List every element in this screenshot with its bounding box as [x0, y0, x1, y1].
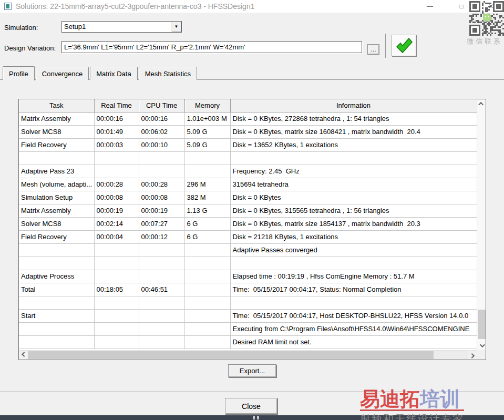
tab-mesh-statistics[interactable]: Mesh Statistics — [139, 67, 197, 80]
table-cell: 00:00:08 — [139, 191, 184, 204]
scroll-down-icon[interactable] — [477, 341, 486, 350]
table-row[interactable]: Field Recovery00:00:0400:00:126 GDisk = … — [19, 230, 477, 243]
table-cell — [94, 309, 139, 322]
table-row[interactable]: Field Recovery00:00:0300:00:105.09 GDisk… — [19, 138, 477, 151]
table-cell: 00:00:08 — [94, 191, 139, 204]
table-cell: Desired RAM limit not set. — [230, 335, 477, 349]
table-cell: 1.01e+003 M — [184, 112, 230, 125]
table-cell: Solver MCS8 — [19, 125, 94, 138]
design-variation-input[interactable]: L='36.9mm' L1='95mm' L2='15mm' R_p='2.1m… — [61, 41, 362, 53]
scroll-right-icon[interactable] — [468, 351, 477, 360]
table-row[interactable]: Solver MCS800:01:4900:06:025.09 GDisk = … — [19, 125, 477, 138]
brand-title: 易迪拓培训 — [360, 389, 464, 411]
chevron-down-icon[interactable]: ▼ — [171, 22, 181, 32]
table-cell: 382 M — [184, 191, 230, 204]
toolbar-separator — [385, 34, 386, 58]
table-row[interactable]: StartTime: 05/15/2017 00:04:17, Host DES… — [19, 309, 477, 322]
table-row[interactable]: Matrix Assembly00:00:1600:00:161.01e+003… — [19, 112, 477, 125]
profile-tab-panel: Task Real Time CPU Time Memory Informati… — [0, 79, 504, 392]
table-row[interactable] — [19, 257, 477, 270]
table-cell: 5.09 G — [184, 138, 230, 151]
profile-table-container: Task Real Time CPU Time Memory Informati… — [18, 99, 486, 360]
minimize-button[interactable]: — — [418, 0, 441, 13]
apply-check-button[interactable] — [392, 35, 416, 56]
table-cell: 5.09 G — [184, 125, 230, 138]
column-header-real-time[interactable]: Real Time — [94, 99, 139, 112]
title-bar[interactable]: Solutions: 22-15mm6-array5-cut2-3gpoufen… — [0, 0, 504, 13]
table-cell: 00:00:28 — [139, 178, 184, 191]
brand-subtitle: 射频和天线设计专家 — [360, 412, 464, 420]
table-cell: Matrix Assembly — [19, 112, 94, 125]
table-cell: Executing from C:\Program Files\Ansoft\H… — [230, 322, 477, 335]
column-header-information[interactable]: Information — [230, 99, 477, 112]
table-cell — [184, 283, 230, 296]
horizontal-scrollbar[interactable] — [19, 350, 477, 360]
table-cell — [94, 165, 139, 178]
qr-code-watermark — [469, 1, 504, 36]
table-cell: 00:07:27 — [139, 217, 184, 230]
table-cell — [184, 322, 230, 335]
table-row[interactable] — [19, 151, 477, 165]
table-header-row: Task Real Time CPU Time Memory Informati… — [19, 99, 477, 112]
profile-table: Task Real Time CPU Time Memory Informati… — [19, 99, 477, 349]
table-cell: Simulation Setup — [19, 191, 94, 204]
table-cell: Elapsed time : 00:19:19 , Hfss ComEngine… — [230, 270, 477, 283]
table-cell: Disk = 0 KBytes, matrix size 1608421 , m… — [230, 125, 477, 138]
table-cell: 6 G — [184, 217, 230, 230]
table-cell: 1.13 G — [184, 204, 230, 217]
simulation-label: Simulation: — [4, 24, 38, 32]
window-title: Solutions: 22-15mm6-array5-cut2-3gpoufen… — [16, 0, 254, 13]
simulation-select[interactable]: Setup1 ▼ — [61, 21, 182, 33]
table-row[interactable]: Executing from C:\Program Files\Ansoft\H… — [19, 322, 477, 335]
export-button[interactable]: Export... — [228, 364, 276, 377]
table-row[interactable]: Adaptive ProcessElapsed time : 00:19:19 … — [19, 270, 477, 283]
table-cell: Disk = 0 KBytes, matrix size 1854137 , m… — [230, 217, 477, 230]
table-cell: Adaptive Pass 23 — [19, 165, 94, 178]
column-header-task[interactable]: Task — [19, 99, 94, 112]
table-row[interactable]: Mesh (volume, adapti...00:00:2800:00:282… — [19, 178, 477, 191]
browse-button[interactable]: ... — [367, 44, 379, 55]
table-cell — [139, 296, 184, 309]
table-cell — [184, 335, 230, 349]
table-row[interactable]: Matrix Assembly00:00:1900:00:191.13 GDis… — [19, 204, 477, 217]
vertical-scrollbar[interactable] — [477, 99, 486, 350]
table-cell: Field Recovery — [19, 138, 94, 151]
table-cell: 00:00:19 — [139, 204, 184, 217]
table-row[interactable]: Total00:18:0500:46:51Time: 05/15/2017 00… — [19, 283, 477, 296]
table-cell: Frequency: 2.45 GHz — [230, 165, 477, 178]
vertical-scroll-thumb[interactable] — [478, 310, 486, 339]
check-icon — [395, 37, 414, 54]
tab-profile[interactable]: Profile — [3, 66, 35, 80]
table-cell — [184, 243, 230, 257]
table-cell: 315694 tetrahedra — [230, 178, 477, 191]
column-header-memory[interactable]: Memory — [184, 99, 230, 112]
table-cell — [230, 151, 477, 165]
tab-convergence[interactable]: Convergence — [36, 67, 89, 80]
table-cell: 00:00:04 — [94, 230, 139, 243]
scroll-left-icon[interactable] — [19, 351, 28, 360]
tab-strip: Profile Convergence Matrix Data Mesh Sta… — [3, 66, 198, 80]
horizontal-scroll-thumb[interactable] — [28, 351, 434, 359]
table-cell — [19, 322, 94, 335]
table-row[interactable]: Adaptive Pass 23Frequency: 2.45 GHz — [19, 165, 477, 178]
table-cell — [19, 296, 94, 309]
table-cell: 00:00:28 — [94, 178, 139, 191]
scroll-up-icon[interactable] — [477, 99, 486, 108]
column-header-cpu-time[interactable]: CPU Time — [139, 99, 184, 112]
scrollbar-corner — [477, 350, 486, 360]
table-cell: 00:01:49 — [94, 125, 139, 138]
table-row[interactable]: Adaptive Passes converged — [19, 243, 477, 257]
table-row[interactable]: Solver MCS800:02:1400:07:276 GDisk = 0 K… — [19, 217, 477, 230]
table-cell: Total — [19, 283, 94, 296]
brand-watermark: 易迪拓培训 射频和天线设计专家 — [360, 389, 464, 420]
table-row[interactable]: Desired RAM limit not set. — [19, 335, 477, 349]
table-row[interactable] — [19, 296, 477, 309]
table-cell: 6 G — [184, 230, 230, 243]
table-cell — [94, 151, 139, 165]
table-row[interactable]: Simulation Setup00:00:0800:00:08382 MDis… — [19, 191, 477, 204]
table-cell: Disk = 21218 KBytes, 1 excitations — [230, 230, 477, 243]
table-cell: 00:00:16 — [139, 112, 184, 125]
close-button[interactable]: Close — [225, 398, 277, 414]
window-icon — [4, 3, 12, 10]
tab-matrix-data[interactable]: Matrix Data — [90, 67, 137, 80]
